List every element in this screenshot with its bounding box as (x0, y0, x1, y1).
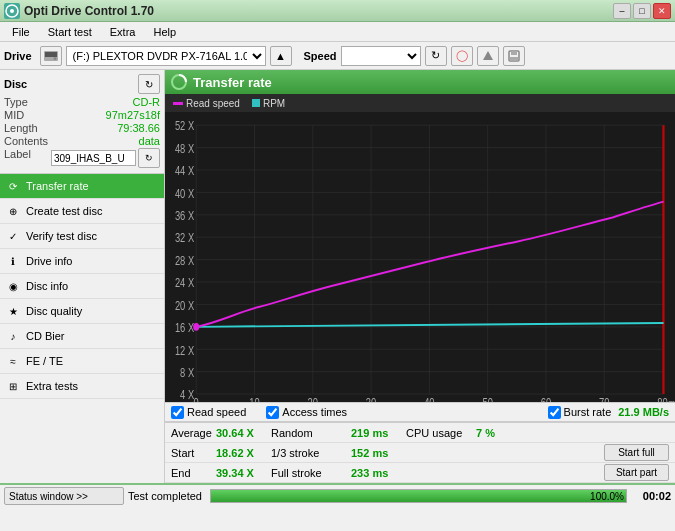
speed-select[interactable] (341, 46, 421, 66)
progress-text: 100.0% (590, 490, 624, 504)
progress-bar-fill (211, 490, 626, 502)
content-area: Transfer rate Read speed RPM (165, 70, 675, 483)
cpu-usage-val: 7 % (476, 427, 669, 439)
chart-plot-area: 52 X 48 X 44 X 40 X 36 X 32 X 28 X 24 X … (165, 112, 675, 402)
nav-item-create-test-disc[interactable]: ⊕Create test disc (0, 199, 164, 224)
disc-quality-icon: ★ (6, 304, 20, 318)
burn-button[interactable] (477, 46, 499, 66)
menu-file[interactable]: File (4, 24, 38, 40)
random-val: 219 ms (351, 427, 406, 439)
burst-rate-checkbox-item: Burst rate 21.9 MB/s (548, 406, 669, 419)
progress-bar-container: 100.0% (210, 489, 627, 503)
read-speed-checkbox-item: Read speed (171, 406, 246, 419)
disc-label-refresh-button[interactable]: ↻ (138, 148, 160, 168)
window-controls: – □ ✕ (613, 3, 671, 19)
menu-start-test[interactable]: Start test (40, 24, 100, 40)
svg-rect-7 (511, 51, 517, 55)
nav-item-cd-bier[interactable]: ♪CD Bier (0, 324, 164, 349)
end-val: 39.34 X (216, 467, 271, 479)
title-bar-left: Opti Drive Control 1.70 (4, 3, 154, 19)
svg-text:40 X: 40 X (175, 187, 194, 200)
legend-rpm: RPM (252, 98, 285, 109)
end-label: End (171, 467, 216, 479)
stats-row-start: Start 18.62 X 1/3 stroke 152 ms Start fu… (165, 443, 675, 463)
save-button[interactable] (503, 46, 525, 66)
legend-read-color (173, 102, 183, 105)
status-window-button[interactable]: Status window >> (4, 487, 124, 505)
svg-rect-8 (510, 57, 518, 61)
burst-rate-value: 21.9 MB/s (618, 406, 669, 418)
erase-button[interactable]: ◯ (451, 46, 473, 66)
disc-length-label: Length (4, 122, 38, 134)
start-part-button[interactable]: Start part (604, 464, 669, 481)
svg-text:12 X: 12 X (175, 343, 194, 356)
disc-label-label: Label (4, 148, 31, 168)
svg-text:32 X: 32 X (175, 231, 194, 244)
svg-text:44 X: 44 X (175, 164, 194, 177)
close-button[interactable]: ✕ (653, 3, 671, 19)
nav-item-verify-test-disc[interactable]: ✓Verify test disc (0, 224, 164, 249)
legend-read-label: Read speed (186, 98, 240, 109)
nav-item-transfer-rate[interactable]: ⟳Transfer rate (0, 174, 164, 199)
svg-text:28 X: 28 X (175, 254, 194, 267)
nav-item-fe-te[interactable]: ≈FE / TE (0, 349, 164, 374)
random-label: Random (271, 427, 351, 439)
speed-label: Speed (304, 50, 337, 62)
create-test-disc-icon: ⊕ (6, 204, 20, 218)
disc-label-input[interactable] (51, 150, 136, 166)
stats-row-end: End 39.34 X Full stroke 233 ms Start par… (165, 463, 675, 483)
svg-text:52 X: 52 X (175, 119, 194, 132)
chart-legend: Read speed RPM (165, 94, 675, 112)
maximize-button[interactable]: □ (633, 3, 651, 19)
svg-text:8 X: 8 X (180, 366, 194, 379)
disc-contents-label: Contents (4, 135, 48, 147)
read-speed-label: Read speed (187, 406, 246, 418)
nav-item-label-create-test-disc: Create test disc (26, 205, 102, 217)
menu-help[interactable]: Help (145, 24, 184, 40)
chart-title: Transfer rate (193, 75, 272, 90)
fullstroke-label: Full stroke (271, 467, 351, 479)
refresh-button[interactable]: ↻ (425, 46, 447, 66)
read-speed-checkbox[interactable] (171, 406, 184, 419)
svg-text:24 X: 24 X (175, 276, 194, 289)
nav-item-label-extra-tests: Extra tests (26, 380, 78, 392)
access-times-checkbox[interactable] (266, 406, 279, 419)
svg-point-1 (10, 9, 14, 13)
onethird-label: 1/3 stroke (271, 447, 351, 459)
fe-te-icon: ≈ (6, 354, 20, 368)
menu-extra[interactable]: Extra (102, 24, 144, 40)
svg-text:48 X: 48 X (175, 142, 194, 155)
nav-item-label-transfer-rate: Transfer rate (26, 180, 89, 192)
svg-point-58 (193, 323, 199, 331)
nav-item-drive-info[interactable]: ℹDrive info (0, 249, 164, 274)
disc-mid-label: MID (4, 109, 24, 121)
disc-refresh-button[interactable]: ↻ (138, 74, 160, 94)
minimize-button[interactable]: – (613, 3, 631, 19)
nav-item-disc-info[interactable]: ◉Disc info (0, 274, 164, 299)
nav-item-label-disc-info: Disc info (26, 280, 68, 292)
svg-text:20: 20 (308, 396, 318, 402)
svg-text:10: 10 (249, 396, 259, 402)
extra-tests-icon: ⊞ (6, 379, 20, 393)
eject-button[interactable]: ▲ (270, 46, 292, 66)
stats-area: Average 30.64 X Random 219 ms CPU usage … (165, 422, 675, 483)
disc-title: Disc (4, 78, 27, 90)
drive-bar: Drive (F:) PLEXTOR DVDR PX-716AL 1.02 ▲ … (0, 42, 675, 70)
disc-type-row: Type CD-R (4, 96, 160, 108)
nav-items: ⟳Transfer rate⊕Create test disc✓Verify t… (0, 174, 164, 399)
nav-item-extra-tests[interactable]: ⊞Extra tests (0, 374, 164, 399)
checkbox-row: Read speed Access times Burst rate 21.9 … (165, 402, 675, 422)
disc-header: Disc ↻ (4, 74, 160, 94)
cpu-usage-label: CPU usage (406, 427, 476, 439)
svg-text:80: 80 (657, 396, 667, 402)
svg-text:60: 60 (541, 396, 551, 402)
svg-text:50: 50 (482, 396, 492, 402)
drive-select[interactable]: (F:) PLEXTOR DVDR PX-716AL 1.02 (66, 46, 266, 66)
svg-text:70: 70 (599, 396, 609, 402)
nav-item-disc-quality[interactable]: ★Disc quality (0, 299, 164, 324)
start-full-button[interactable]: Start full (604, 444, 669, 461)
verify-test-disc-icon: ✓ (6, 229, 20, 243)
svg-text:0: 0 (194, 396, 199, 402)
burst-rate-checkbox[interactable] (548, 406, 561, 419)
sidebar: Disc ↻ Type CD-R MID 97m27s18f Length 79… (0, 70, 165, 483)
